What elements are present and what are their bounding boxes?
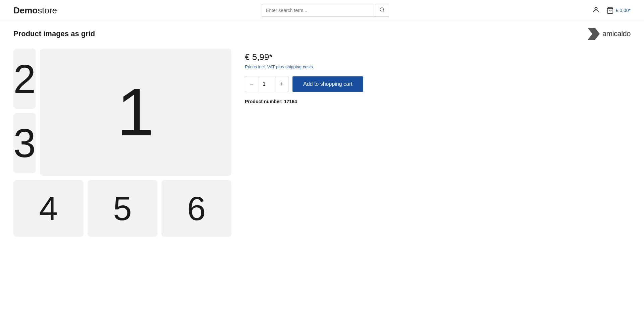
quantity-control: − + [245,76,288,92]
price-note[interactable]: Prices incl. VAT plus shipping costs [245,64,392,69]
page-title: Product images as grid [13,29,95,38]
product-image-2[interactable]: 2 [13,49,36,109]
left-column: 2 3 [13,49,36,176]
cart-icon [606,7,614,14]
cart-area[interactable]: € 0,00* [606,7,631,14]
svg-marker-4 [588,28,600,40]
product-image-4[interactable]: 4 [13,180,84,237]
svg-line-1 [383,11,384,12]
brand-logo: amicaldo [588,28,631,40]
brand-name: amicaldo [602,29,631,38]
logo-store[interactable]: store [38,5,57,16]
product-image-6[interactable]: 6 [161,180,231,237]
search-button[interactable] [375,4,389,16]
top-image-rows: 2 3 1 [13,49,231,176]
bottom-image-row: 4 5 6 [13,180,231,237]
svg-point-0 [380,8,384,11]
add-to-cart-row: − + Add to shopping cart [245,76,392,92]
product-number: Product number: 17164 [245,99,392,104]
sub-header: Product images as grid amicaldo [0,21,644,45]
logo-demo[interactable]: Demo [13,5,38,16]
cart-price[interactable]: € 0,00* [616,8,631,13]
quantity-increase-button[interactable]: + [275,76,288,92]
product-price: € 5,99* [245,52,392,62]
search-box [262,4,389,17]
product-image-5[interactable]: 5 [88,180,158,237]
quantity-decrease-button[interactable]: − [245,76,258,92]
search-input[interactable] [262,5,375,16]
quantity-input[interactable] [258,76,275,92]
svg-point-2 [595,7,597,9]
add-to-cart-button[interactable]: Add to shopping cart [292,76,363,92]
search-icon [379,7,385,12]
header: Demostore € 0,00* [0,0,644,21]
account-icon[interactable] [592,6,600,15]
product-images-container: 2 3 1 4 5 6 [13,49,231,237]
header-actions: € 0,00* [570,6,631,15]
main-content: 2 3 1 4 5 6 € 5,99* [0,45,644,250]
product-info-panel: € 5,99* Prices incl. VAT plus shipping c… [245,49,392,237]
search-area [80,4,570,17]
product-image-1[interactable]: 1 [40,49,231,176]
brand-icon [588,28,600,40]
product-image-3[interactable]: 3 [13,113,36,173]
logo-area: Demostore [13,5,80,16]
